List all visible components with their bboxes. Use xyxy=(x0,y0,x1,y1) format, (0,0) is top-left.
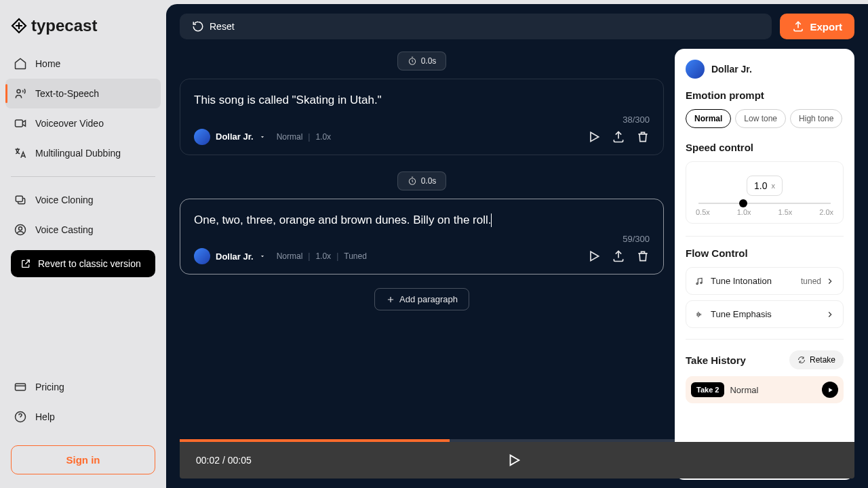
voice-selector[interactable]: Dollar Jr. Normal | 1.0x | Tuned xyxy=(194,248,367,264)
nav-casting[interactable]: Voice Casting xyxy=(5,215,161,245)
nav-tts[interactable]: Text-to-Speech xyxy=(5,79,161,108)
voice-selector[interactable]: Dollar Jr. Normal | 1.0x xyxy=(194,129,331,145)
voice-meta: Normal | 1.0x | Tuned xyxy=(277,251,367,261)
player: 00:02 / 00:05 xyxy=(180,439,854,479)
slider-labels: 0.5x 1.0x 1.5x 2.0x xyxy=(696,208,833,216)
svg-rect-1 xyxy=(16,120,23,127)
play-icon xyxy=(507,453,521,468)
logo[interactable]: typecast xyxy=(0,0,166,49)
signin-button[interactable]: Sign in xyxy=(11,445,155,474)
emotion-title: Emotion prompt xyxy=(686,89,844,101)
nav-label: Multilingual Dubbing xyxy=(35,148,121,159)
time-chip[interactable]: 0.0s xyxy=(397,52,447,70)
signin-label: Sign in xyxy=(66,454,100,466)
flow-title: Flow Control xyxy=(686,247,844,259)
retake-button[interactable]: Retake xyxy=(789,350,844,369)
main: Reset Export 0.0s This song is called "S… xyxy=(166,4,868,488)
svg-point-0 xyxy=(17,89,20,93)
emotion-pills: Normal Low tone High tone xyxy=(686,109,844,128)
svg-point-4 xyxy=(19,227,22,230)
logo-icon xyxy=(11,18,27,34)
paragraph-footer: Dollar Jr. Normal | 1.0x | Tuned xyxy=(194,248,650,264)
paragraph-text[interactable]: This song is called "Skating in Utah." xyxy=(194,92,650,109)
casting-icon xyxy=(14,223,27,237)
share-button[interactable] xyxy=(612,249,625,263)
paragraph-actions xyxy=(587,249,650,263)
voice-style: Normal xyxy=(277,132,303,142)
paragraph-footer: Dollar Jr. Normal | 1.0x xyxy=(194,129,650,145)
nav-home[interactable]: Home xyxy=(5,49,161,79)
paragraph-block[interactable]: This song is called "Skating in Utah." 3… xyxy=(180,79,664,155)
nav-pricing[interactable]: Pricing xyxy=(5,372,161,402)
nav-label: Voice Casting xyxy=(35,224,94,235)
tts-icon xyxy=(14,87,27,100)
emotion-low[interactable]: Low tone xyxy=(735,109,786,128)
voice-style: Normal xyxy=(277,251,303,261)
waveform-icon xyxy=(694,310,704,319)
export-label: Export xyxy=(810,21,842,33)
progress-fill xyxy=(180,439,450,442)
delete-button[interactable] xyxy=(636,249,650,263)
note-icon xyxy=(694,277,704,286)
nav-help[interactable]: Help xyxy=(5,402,161,432)
upload-icon xyxy=(792,20,804,33)
add-paragraph-label: Add paragraph xyxy=(399,294,458,304)
nav-dubbing[interactable]: Multilingual Dubbing xyxy=(5,138,161,168)
char-count: 38/300 xyxy=(194,115,650,125)
take-play-button[interactable] xyxy=(822,382,838,398)
take-item[interactable]: Take 2 Normal xyxy=(686,376,844,403)
svg-rect-2 xyxy=(16,196,22,201)
delete-button[interactable] xyxy=(636,130,650,144)
stopwatch-icon xyxy=(408,56,417,66)
reset-button[interactable]: Reset xyxy=(180,14,772,39)
player-play-button[interactable] xyxy=(507,453,521,468)
time-chip[interactable]: 0.0s xyxy=(397,171,447,190)
export-button[interactable]: Export xyxy=(780,14,854,39)
nav-cloning[interactable]: Voice Cloning xyxy=(5,185,161,215)
speed-badge[interactable]: 1.0 x xyxy=(747,176,783,196)
time-value: 0.0s xyxy=(421,176,437,186)
player-body: 00:02 / 00:05 xyxy=(180,442,854,479)
topbar: Reset Export xyxy=(166,4,868,49)
emotion-high[interactable]: High tone xyxy=(790,109,842,128)
play-button[interactable] xyxy=(587,249,601,263)
slider-thumb[interactable] xyxy=(739,199,747,207)
nav-label: Text-to-Speech xyxy=(35,88,99,99)
add-paragraph-button[interactable]: Add paragraph xyxy=(374,288,469,310)
play-icon xyxy=(827,386,834,394)
divider xyxy=(686,236,844,237)
progress-bar[interactable] xyxy=(180,439,854,442)
panel-voice-name: Dollar Jr. xyxy=(711,64,752,75)
flow-emphasis[interactable]: Tune Emphasis xyxy=(686,300,844,328)
home-icon xyxy=(14,57,27,70)
take-title: Take History xyxy=(686,354,746,366)
nav-label: Voice Cloning xyxy=(35,195,94,205)
flow-intonation[interactable]: Tune Intonation tuned xyxy=(686,267,844,295)
nav-label: Home xyxy=(35,58,60,69)
revert-button[interactable]: Revert to classic version xyxy=(11,250,155,277)
chevron-right-icon xyxy=(825,277,835,286)
emotion-normal[interactable]: Normal xyxy=(686,109,731,128)
svg-point-9 xyxy=(696,283,698,284)
divider xyxy=(11,176,155,177)
play-button[interactable] xyxy=(587,130,601,144)
avatar xyxy=(194,129,210,145)
nav-voiceover[interactable]: Voiceover Video xyxy=(5,108,161,138)
card-icon xyxy=(14,380,27,394)
share-button[interactable] xyxy=(612,130,625,144)
revert-label: Revert to classic version xyxy=(38,258,141,269)
help-icon xyxy=(14,410,27,424)
flow-status: tuned xyxy=(801,277,821,286)
char-count: 59/300 xyxy=(194,234,650,244)
nav-main: Home Text-to-Speech Voiceover Video Mult… xyxy=(0,49,166,168)
speed-slider[interactable] xyxy=(698,203,831,204)
speed-control: 1.0 x 0.5x 1.0x 1.5x 2.0x xyxy=(686,161,844,224)
svg-point-10 xyxy=(701,282,702,283)
plus-icon xyxy=(386,295,395,304)
paragraph-text[interactable]: One, two, three, orange and brown dunes.… xyxy=(194,211,650,229)
paragraph-block-active[interactable]: One, two, three, orange and brown dunes.… xyxy=(180,199,664,275)
voice-speed: 1.0x xyxy=(315,251,331,261)
text-cursor xyxy=(491,214,492,227)
nav-secondary: Voice Cloning Voice Casting xyxy=(0,185,166,245)
time-value: 0.0s xyxy=(421,56,437,66)
